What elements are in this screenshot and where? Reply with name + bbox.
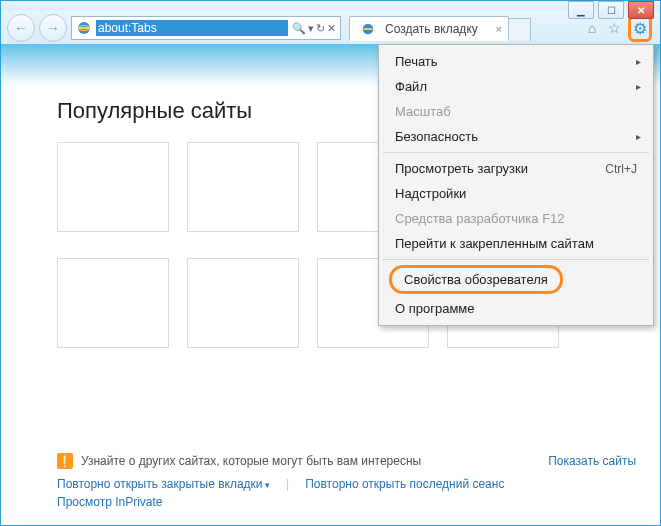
navigation-bar: ← → about:Tabs 🔍 ▾ ↻ ✕ Создать вкладку ×… xyxy=(1,10,660,44)
title-bar xyxy=(1,1,660,10)
menu-addons[interactable]: Надстройки xyxy=(381,181,651,206)
tools-gear-icon[interactable]: ⚙ xyxy=(633,20,647,37)
tab-close-icon[interactable]: × xyxy=(496,23,502,35)
site-tile[interactable] xyxy=(187,258,299,348)
menu-about[interactable]: О программе xyxy=(381,296,651,321)
site-tile[interactable] xyxy=(187,142,299,232)
discover-text: Узнайте о других сайтах, которые могут б… xyxy=(81,454,421,468)
inprivate-link[interactable]: Просмотр InPrivate xyxy=(57,495,163,509)
address-text[interactable]: about:Tabs xyxy=(96,20,288,36)
address-dropdown-icon[interactable]: ▾ xyxy=(308,22,314,35)
new-tab-button[interactable] xyxy=(509,18,531,41)
tab-ie-icon xyxy=(359,20,377,38)
site-tile[interactable] xyxy=(57,258,169,348)
window-maximize-button[interactable]: ☐ xyxy=(598,1,624,19)
address-controls: 🔍 ▾ ↻ ✕ xyxy=(288,22,340,35)
menu-pinned-sites[interactable]: Перейти к закрепленным сайтам xyxy=(381,231,651,256)
separator: | xyxy=(286,477,289,491)
tab-strip: Создать вкладку × xyxy=(349,15,574,41)
menu-file[interactable]: Файл xyxy=(381,74,651,99)
stop-icon[interactable]: ✕ xyxy=(327,22,336,35)
show-sites-link[interactable]: Показать сайты xyxy=(548,454,636,468)
shortcut-label: Ctrl+J xyxy=(605,162,637,176)
favorites-icon[interactable]: ☆ xyxy=(606,20,622,36)
reopen-closed-tabs-link[interactable]: Повторно открыть закрытые вкладки xyxy=(57,477,270,491)
footer: ❕ Узнайте о других сайтах, которые могут… xyxy=(57,453,636,509)
reopen-session-link[interactable]: Повторно открыть последний сеанс xyxy=(305,477,504,491)
menu-internet-options[interactable]: Свойства обозревателя xyxy=(389,265,563,294)
menu-print[interactable]: Печать xyxy=(381,49,651,74)
tab-title: Создать вкладку xyxy=(385,22,478,36)
menu-zoom: Масштаб xyxy=(381,99,651,124)
menu-separator xyxy=(383,152,649,153)
menu-devtools: Средства разработчика F12 xyxy=(381,206,651,231)
home-icon[interactable]: ⌂ xyxy=(584,20,600,36)
menu-separator xyxy=(383,259,649,260)
address-bar[interactable]: about:Tabs 🔍 ▾ ↻ ✕ xyxy=(71,16,341,40)
ie-logo-icon xyxy=(75,19,93,37)
window-minimize-button[interactable]: ▁ xyxy=(568,1,594,19)
window-close-button[interactable]: ✕ xyxy=(628,1,654,19)
refresh-icon[interactable]: ↻ xyxy=(316,22,325,35)
back-button[interactable]: ← xyxy=(7,14,35,42)
forward-button[interactable]: → xyxy=(39,14,67,42)
bulb-icon: ❕ xyxy=(57,453,73,469)
tab-new[interactable]: Создать вкладку × xyxy=(349,16,509,41)
tools-menu: Печать Файл Масштаб Безопасность Просмот… xyxy=(378,44,654,326)
menu-downloads[interactable]: Просмотреть загрузкиCtrl+J xyxy=(381,156,651,181)
site-tile[interactable] xyxy=(57,142,169,232)
menu-safety[interactable]: Безопасность xyxy=(381,124,651,149)
search-icon[interactable]: 🔍 xyxy=(292,22,306,35)
